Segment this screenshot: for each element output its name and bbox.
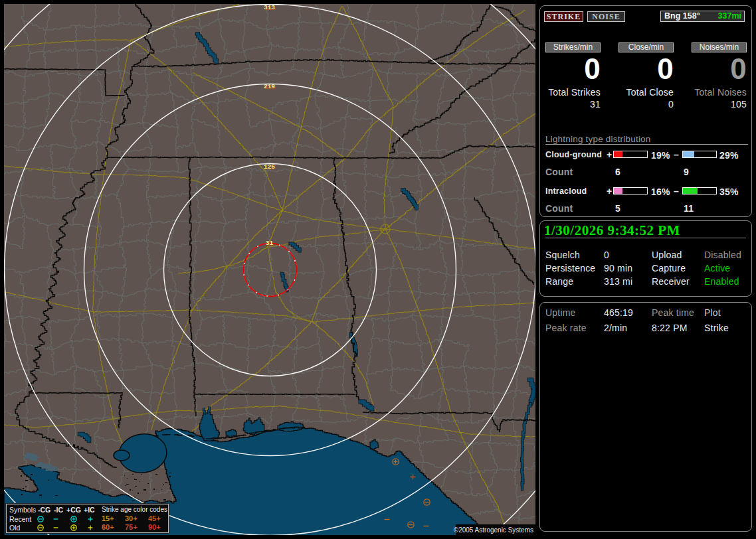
svg-text:313: 313 (264, 4, 275, 11)
svg-text:219: 219 (264, 83, 275, 90)
svg-text:31: 31 (266, 240, 274, 247)
svg-text:©2005 Astrogenic Systems: ©2005 Astrogenic Systems (454, 526, 533, 534)
svg-text:125: 125 (264, 163, 275, 171)
